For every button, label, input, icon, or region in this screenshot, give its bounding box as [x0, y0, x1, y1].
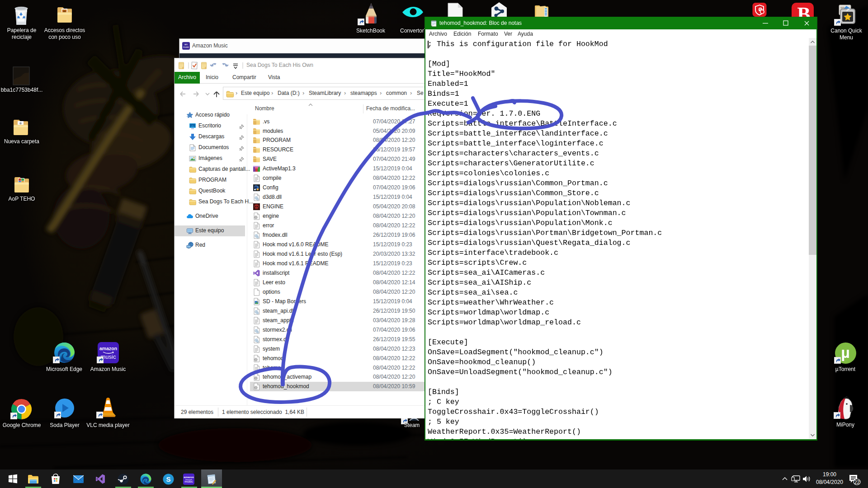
svg-text:amazon: amazon [184, 476, 194, 479]
svg-text:music: music [184, 480, 193, 483]
svg-text:S: S [166, 475, 170, 483]
svg-text:22: 22 [854, 479, 860, 485]
